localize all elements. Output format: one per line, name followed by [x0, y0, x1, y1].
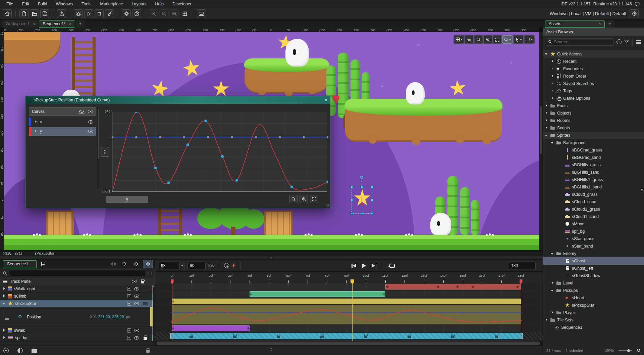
close-icon[interactable]: ×	[598, 21, 601, 26]
close-icon[interactable]: ×	[325, 97, 327, 103]
tree-expand-arrow[interactable]	[550, 67, 554, 71]
playback-mode-icon[interactable]	[224, 263, 229, 268]
tree-item[interactable]: sPickupStar	[543, 302, 644, 309]
tree-expand-arrow[interactable]	[544, 318, 548, 322]
go-to-start-button[interactable]	[352, 264, 356, 268]
tree-expand-arrow[interactable]	[550, 74, 554, 78]
eye-icon[interactable]	[134, 302, 139, 305]
keyframe-diamond[interactable]	[386, 285, 388, 288]
expand-arrow-icon[interactable]	[2, 328, 6, 332]
new-tab-button[interactable]: +	[605, 20, 614, 28]
tree-expand-arrow[interactable]	[559, 178, 563, 182]
add-parameter-icon[interactable]	[127, 294, 131, 298]
track-row-spr-bg[interactable]: spr_bg	[0, 334, 155, 342]
tree-item[interactable]: sGhost	[543, 257, 644, 265]
track-row-swalk-right[interactable]: sWalk_right	[0, 285, 155, 293]
window-resize-grip[interactable]	[326, 204, 329, 207]
list-menu-icon[interactable]	[3, 280, 7, 283]
curve-fit-button[interactable]	[310, 195, 318, 203]
tree-item[interactable]: Rooms	[543, 117, 644, 124]
tree-item[interactable]: sBGHills1_sand	[543, 183, 644, 191]
ladder-sprite[interactable]	[158, 206, 182, 236]
tree-item[interactable]: sGhostShadow	[543, 272, 644, 279]
tree-expand-arrow[interactable]	[559, 156, 563, 160]
add-parameter-icon[interactable]	[127, 302, 131, 306]
add-parameter-icon[interactable]	[127, 287, 131, 291]
expand-arrow-icon[interactable]	[2, 302, 6, 306]
laptop-button[interactable]	[197, 9, 206, 18]
tree-item[interactable]: Recent	[543, 58, 644, 65]
tree-item[interactable]: sMoon	[543, 220, 644, 228]
tree-item[interactable]: sBGGrad_grass	[543, 146, 644, 154]
run-button[interactable]	[84, 9, 93, 18]
chevron-down-icon[interactable]	[181, 265, 183, 266]
menu-item[interactable]: Developer	[168, 0, 196, 8]
collapse-icon[interactable]	[28, 97, 31, 103]
new-tab-button[interactable]: +	[76, 20, 85, 28]
tree-expand-arrow[interactable]	[559, 259, 563, 263]
clip-spr-bg[interactable]	[170, 333, 523, 339]
tree-item[interactable]: Enemy	[543, 250, 644, 257]
tree-expand-arrow[interactable]	[559, 163, 563, 167]
ghost-sprite[interactable]	[430, 213, 451, 236]
tree-expand-arrow[interactable]	[544, 52, 548, 56]
eye-icon[interactable]	[88, 130, 93, 133]
expand-arrow-icon[interactable]	[2, 294, 6, 298]
sequence-tab[interactable]: Sequence1	[3, 260, 37, 268]
tree-expand-arrow[interactable]	[550, 96, 554, 100]
cactus-sprite[interactable]	[460, 187, 470, 235]
zoom-icon[interactable]	[637, 348, 641, 353]
tree-expand-arrow[interactable]	[548, 325, 552, 329]
tree-expand-arrow[interactable]	[559, 185, 563, 189]
channel-row-y[interactable]: y	[29, 127, 96, 136]
y-axis-fit-button[interactable]: ▲▼	[101, 147, 109, 157]
tree-expand-arrow[interactable]	[544, 119, 548, 123]
tree-expand-arrow[interactable]	[559, 237, 563, 241]
menu-item[interactable]: Build	[34, 0, 52, 8]
tree-item[interactable]: Tags	[543, 87, 644, 95]
grid-settings-button[interactable]	[454, 35, 464, 44]
tree-item[interactable]: sCloud_sand	[543, 198, 644, 206]
tree-expand-arrow[interactable]	[544, 111, 548, 115]
tree-item[interactable]: Saved Searches	[543, 80, 644, 87]
tree-item[interactable]: Game Options	[543, 95, 644, 102]
tree-item[interactable]: Room Order	[543, 73, 644, 80]
eye-icon[interactable]	[134, 295, 139, 298]
debug-button[interactable]	[74, 9, 83, 18]
play-button[interactable]	[362, 263, 366, 268]
canvas-zoom-reset-button[interactable]	[474, 35, 483, 44]
selection-rotate-handle[interactable]	[360, 176, 363, 179]
heart-sprite[interactable]: ♥	[332, 91, 340, 105]
menu-item[interactable]: Tools	[77, 0, 96, 8]
help-button[interactable]	[132, 9, 141, 18]
asset-search-input[interactable]	[554, 40, 611, 44]
tree-expand-arrow[interactable]	[559, 170, 563, 174]
add-parameter-icon[interactable]	[127, 336, 131, 340]
open-project-button[interactable]	[30, 9, 39, 18]
flag-icon[interactable]	[41, 262, 45, 266]
timeline-lanes[interactable]	[155, 283, 543, 341]
filter-icon[interactable]	[624, 40, 629, 44]
tree-expand-arrow[interactable]	[559, 229, 563, 233]
curves-header[interactable]: Curves	[29, 107, 96, 116]
clip-sclimb[interactable]	[250, 291, 385, 297]
menu-item[interactable]: Edit	[17, 0, 34, 8]
curve-window-titlebar[interactable]: sPickupStar: Position (Embedded Curve) ×	[25, 96, 330, 104]
tree-expand-arrow[interactable]	[550, 141, 554, 145]
tree-expand-arrow[interactable]	[544, 126, 548, 130]
tree-expand-arrow[interactable]	[550, 89, 554, 93]
tree-expand-arrow[interactable]	[559, 222, 563, 226]
ghost-sprite[interactable]	[285, 39, 309, 66]
tree-item[interactable]: Scripts	[543, 124, 644, 132]
keyframe-diamond[interactable]	[383, 293, 385, 295]
menu-item[interactable]: File	[2, 0, 17, 8]
playhead-line[interactable]	[352, 283, 353, 341]
grass-platform[interactable]	[345, 100, 502, 142]
ghost-sprite[interactable]	[406, 82, 425, 104]
tree-item[interactable]: spr_bg	[543, 228, 644, 235]
tree-expand-arrow[interactable]	[550, 289, 554, 293]
feedback-chat-icon[interactable]	[635, 1, 640, 7]
expand-arrow-icon[interactable]	[34, 120, 38, 124]
clip-swalk[interactable]	[172, 325, 250, 331]
tree-item[interactable]: sHeart	[543, 294, 644, 302]
